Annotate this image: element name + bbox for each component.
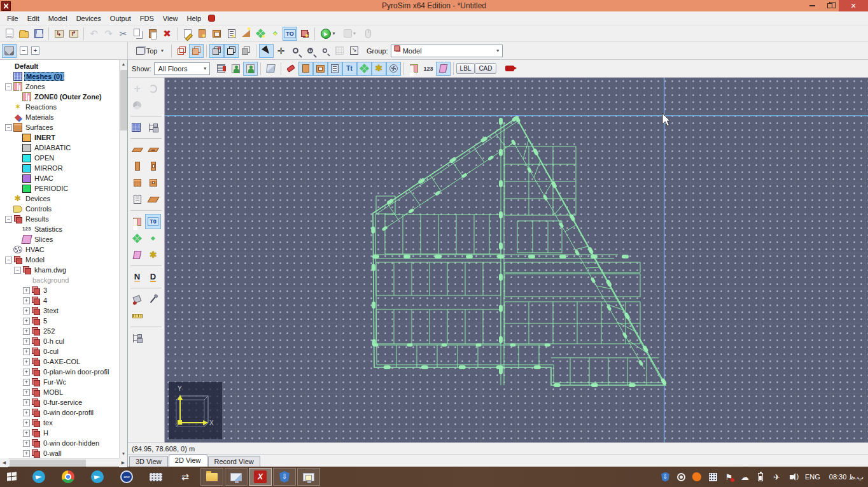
collapse-icon[interactable]: −: [5, 124, 12, 131]
record-mouse-button[interactable]: [361, 27, 375, 41]
tree-item-zones[interactable]: −Zones: [0, 81, 119, 92]
new-file-button[interactable]: [2, 27, 17, 41]
eyedropper-tool-button[interactable]: [145, 292, 161, 307]
expand-icon[interactable]: +: [23, 409, 30, 416]
tree-item-5[interactable]: +5: [0, 316, 119, 326]
tray-volume[interactable]: [787, 472, 798, 483]
menu-view[interactable]: View: [158, 13, 183, 24]
walk-edit-button[interactable]: [243, 62, 258, 76]
scroll-down-icon[interactable]: ▼: [120, 449, 128, 458]
new-obstruction-button[interactable]: [195, 27, 209, 41]
taskbar-file-explorer[interactable]: [200, 468, 223, 486]
tray-battery[interactable]: [755, 472, 766, 483]
group-combobox[interactable]: Model ▼: [391, 45, 503, 57]
expand-icon[interactable]: +: [23, 440, 30, 447]
expand-icon[interactable]: +: [23, 287, 30, 294]
minimize-button[interactable]: [803, 0, 821, 11]
taskbar-system-monitor[interactable]: [225, 468, 248, 486]
point-tool-button[interactable]: [145, 230, 161, 246]
tree-item-4[interactable]: +4: [0, 295, 119, 306]
language-indicator[interactable]: ENG: [805, 473, 820, 481]
save-button[interactable]: [31, 27, 46, 41]
slab-hole-tool-button[interactable]: [145, 142, 161, 157]
scroll-left-icon[interactable]: ◀: [0, 458, 8, 467]
orbit-tool-button[interactable]: [129, 97, 145, 113]
menu-edit[interactable]: Edit: [23, 13, 44, 24]
snap-grid-button[interactable]: [332, 44, 347, 58]
wireframe-view-button[interactable]: [174, 44, 189, 58]
solid-gray-view-button[interactable]: [239, 44, 253, 58]
tree-item-0-wall[interactable]: +0-wall: [0, 448, 119, 458]
new-group-button[interactable]: [297, 27, 312, 41]
sketch-button[interactable]: [263, 62, 278, 76]
normal-tool-button[interactable]: N: [129, 269, 145, 285]
expand-icon[interactable]: +: [23, 450, 30, 457]
taskbar-antivirus[interactable]: ⇩: [273, 468, 296, 486]
tree-item-slices[interactable]: Slices: [0, 234, 119, 244]
show-holes-button[interactable]: [313, 62, 328, 76]
particles-tool-button[interactable]: [129, 230, 145, 246]
tree-item-adiabatic[interactable]: ADIABATIC: [0, 143, 119, 153]
tree-item-open[interactable]: OPEN: [0, 153, 119, 163]
tree-item-zone0-outer-zone-[interactable]: ZONE0 (Outer Zone): [0, 92, 119, 102]
expand-icon[interactable]: +: [23, 430, 30, 437]
t0-tool-button[interactable]: T0: [145, 214, 161, 229]
collapse-all-button[interactable]: −: [20, 46, 28, 55]
device-tool-button[interactable]: ✱: [145, 247, 161, 262]
results-button[interactable]: ▼: [339, 27, 361, 41]
tree-horizontal-scrollbar[interactable]: ◀ ▶: [0, 458, 127, 467]
new-hole-button[interactable]: [209, 27, 224, 41]
new-thermocouple-button[interactable]: TO: [283, 27, 297, 41]
tree-item-tex[interactable]: +tex: [0, 418, 119, 428]
menu-output[interactable]: Output: [106, 13, 136, 24]
tree-item-3[interactable]: +3: [0, 285, 119, 295]
expand-icon[interactable]: +: [23, 348, 30, 355]
cad-button[interactable]: CAD: [475, 63, 496, 74]
tree-item-background[interactable]: background: [0, 275, 119, 285]
close-button[interactable]: ✕: [839, 0, 868, 11]
zoom-box-button[interactable]: [303, 44, 318, 58]
tree-item-results[interactable]: −Results: [0, 214, 119, 224]
tray-onedrive[interactable]: ☁: [739, 472, 750, 483]
new-vent-button[interactable]: [224, 27, 239, 41]
run-simulation-button[interactable]: ▶▼: [318, 27, 339, 41]
menu-help[interactable]: Help: [182, 13, 206, 24]
restore-button[interactable]: [821, 0, 839, 11]
tree-item-h[interactable]: +H: [0, 428, 119, 438]
select-cursor-button[interactable]: [259, 44, 274, 58]
solid-x-view-button[interactable]: ✕: [209, 44, 224, 58]
tree-item-0-win-door-hidden[interactable]: +0-win door-hidden: [0, 438, 119, 448]
tree-item-fur-wc[interactable]: +Fur-Wc: [0, 377, 119, 387]
expand-icon[interactable]: +: [23, 307, 30, 314]
show-text-button[interactable]: Tt: [342, 62, 357, 76]
new-particles-button[interactable]: [253, 27, 268, 41]
tree-item-0-axe-col[interactable]: +0-AXE-COL: [0, 356, 119, 367]
undo-button[interactable]: ↶: [87, 27, 101, 41]
wall-tool-button[interactable]: [129, 159, 145, 174]
scroll-thumb[interactable]: [120, 70, 127, 131]
tree-item-kham-dwg[interactable]: −kham.dwg: [0, 265, 119, 275]
paste-button[interactable]: [145, 27, 160, 41]
slab-tool-button[interactable]: [129, 142, 145, 157]
expand-icon[interactable]: +: [23, 369, 30, 376]
expand-icon[interactable]: +: [23, 358, 30, 365]
tree-item-0-fur-service[interactable]: +0-fur-service: [0, 397, 119, 407]
tree-item-mirror[interactable]: MIRROR: [0, 163, 119, 173]
wall-hole-tool-button[interactable]: [145, 159, 161, 174]
edit-record-button[interactable]: [180, 27, 195, 41]
clock[interactable]: 08:30 ب.ظ: [829, 473, 864, 481]
start-button[interactable]: [0, 467, 24, 487]
taskbar-telegram[interactable]: [32, 470, 46, 484]
tree-item-controls[interactable]: Controls: [0, 204, 119, 214]
taskbar-display-app[interactable]: [297, 468, 320, 486]
redo-button[interactable]: ↷: [101, 27, 116, 41]
expand-all-button[interactable]: +: [31, 46, 39, 55]
open-file-button[interactable]: [17, 27, 31, 41]
depth-tool-button[interactable]: D: [145, 269, 161, 285]
menu-fds[interactable]: FDS: [136, 13, 158, 24]
collapse-icon[interactable]: −: [5, 257, 12, 264]
tree-item-0-win-door-profil[interactable]: +0-win door-profil: [0, 407, 119, 418]
show-zones-button[interactable]: [407, 62, 421, 76]
tree-item-hvac[interactable]: HVAC: [0, 244, 119, 255]
tree-item-0-plan-win-door-profil[interactable]: +0-plan-win door-profil: [0, 367, 119, 377]
